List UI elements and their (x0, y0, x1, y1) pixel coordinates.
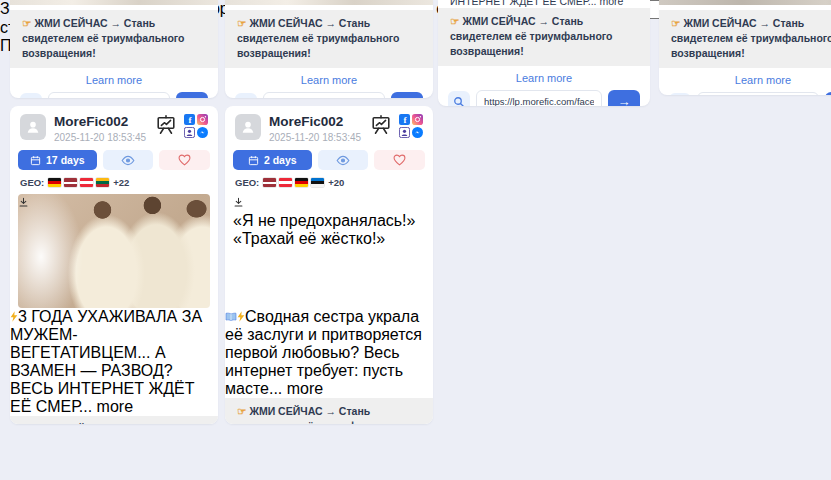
ad-card-2: MoreFic002 2025-11-20 18:53:45 f 2 days … (225, 106, 433, 424)
audience-network-icon (399, 127, 410, 138)
learn-more-link[interactable]: Learn more (10, 68, 218, 91)
ad-card-1: MoreFic002 2025-11-20 18:53:45 f 17 days… (10, 106, 218, 424)
more-link[interactable]: more (97, 398, 133, 415)
creative-image-cropped (659, 0, 831, 5)
creative-image-cropped (225, 0, 433, 5)
geo-more-count[interactable]: +22 (113, 177, 129, 188)
flag-lithuania-icon (96, 178, 109, 187)
url-row (10, 91, 218, 98)
ad-card-partial-1: ЖМИ СЕЙЧАС → Стань свидетелем её триумфа… (10, 0, 218, 98)
download-image-icon[interactable] (18, 194, 29, 211)
views-button[interactable] (103, 150, 154, 170)
flag-estonia-icon (311, 178, 324, 187)
eye-icon (121, 155, 135, 166)
description-cropped: ИНТЕРНЕТ ЖДЁТ ЕЁ СМЕР... more (438, 0, 650, 8)
lightning-icon (10, 308, 18, 325)
geo-label: GEO: (235, 177, 259, 188)
url-row (438, 89, 650, 106)
open-url-button[interactable] (825, 92, 831, 95)
pointing-hand-icon (237, 405, 249, 417)
card-header: MoreFic002 2025-11-20 18:53:45 f (225, 106, 433, 147)
ad-card-partial-2: ЖМИ СЕЙЧАС → Стань свидетелем её триумфа… (225, 0, 433, 98)
card-header: MoreFic002 2025-11-20 18:53:45 f (10, 106, 218, 147)
geo-more-count[interactable]: +20 (328, 177, 344, 188)
instagram-icon (412, 114, 423, 125)
placements: f (399, 114, 423, 138)
ad-description: 3 ГОДА УХАЖИВАЛА ЗА МУЖЕМ-ВЕГЕТАТИВЦЕМ..… (10, 308, 218, 416)
arrow-right-icon (186, 96, 199, 98)
search-icon[interactable] (669, 93, 691, 95)
calendar-icon (30, 155, 41, 166)
pointing-hand-icon (450, 15, 462, 27)
url-row (225, 91, 433, 98)
flag-latvia-icon (263, 178, 276, 187)
facebook-icon: f (399, 114, 410, 125)
creative-image[interactable] (18, 194, 210, 308)
cta-block: ЖМИ СЕЙЧАС → Стань свидетелем её триумфа… (10, 10, 218, 68)
open-url-button[interactable] (608, 90, 640, 106)
days-active-button[interactable]: 17 days (18, 150, 97, 170)
days-active-button[interactable]: 2 days (233, 150, 312, 170)
profile-info: MoreFic002 2025-11-20 18:53:45 (269, 114, 362, 143)
arrow-right-icon (401, 96, 414, 98)
learn-more-link[interactable]: Learn more (659, 68, 831, 91)
learn-more-link[interactable]: Learn more (225, 68, 433, 91)
search-icon[interactable] (448, 91, 470, 106)
geo-row: GEO: +20 (225, 170, 433, 192)
overlay-line-1: «Я не предохранялась!» (233, 212, 425, 230)
action-buttons: 2 days (225, 147, 433, 170)
geo-flags (48, 178, 109, 187)
cta-text: ЖМИ СЕЙЧАС → Стань свидетелем её триумфа… (450, 15, 613, 57)
cta-text: ЖМИ СЕЙЧАС → Стань свидетелем её триумфа… (671, 17, 831, 59)
cta-text: ЖМИ СЕЙЧАС → Стань свидетелем её триумфа… (237, 17, 400, 59)
header-icons: f (370, 114, 423, 140)
creative-image[interactable]: «Я не предохранялась!» «Трахай её жёстко… (233, 194, 425, 308)
favorite-button[interactable] (159, 150, 210, 170)
facebook-icon: f (184, 114, 195, 125)
open-url-button[interactable] (176, 92, 208, 98)
header-icons: f (155, 114, 208, 140)
more-link[interactable]: more (599, 0, 623, 7)
landing-url-input[interactable] (476, 90, 602, 106)
cta-block: ЖМИ СЕЙЧАС → Стань свидетелем её триумфа… (225, 10, 433, 68)
download-image-icon[interactable] (233, 194, 244, 211)
pointing-hand-icon (22, 17, 34, 29)
ad-date: 2025-11-20 18:53:45 (54, 132, 147, 143)
learn-more-link[interactable]: Learn more (438, 66, 650, 89)
cta-text: ЖМИ СЕЙЧАС → Стань свидетелем её триумфа… (22, 423, 185, 424)
flag-latvia-icon (64, 178, 77, 187)
audience-network-icon (184, 127, 195, 138)
flag-germany-icon (48, 178, 61, 187)
book-icon (225, 308, 237, 325)
heart-icon (393, 154, 406, 166)
messenger-icon (197, 127, 208, 138)
cta-block: ЖМИ СЕЙЧАС → Стань свидетелем её триумфа… (659, 10, 831, 68)
avatar (235, 114, 261, 140)
calendar-icon (248, 155, 259, 166)
overlay-line-2: «Трахай её жёстко!» (233, 230, 425, 248)
views-button[interactable] (318, 150, 369, 170)
open-url-button[interactable] (391, 92, 423, 98)
cta-text: ЖМИ СЕЙЧАС → Стань свидетелем её триумфа… (22, 17, 185, 59)
lightning-icon (237, 308, 245, 325)
search-icon[interactable] (20, 93, 42, 98)
favorite-button[interactable] (374, 150, 425, 170)
presentation-board-icon[interactable] (370, 114, 392, 140)
pointing-hand-icon (22, 423, 34, 424)
flag-austria-icon (80, 178, 93, 187)
landing-url-input[interactable] (48, 92, 170, 98)
landing-url-input[interactable] (263, 92, 385, 98)
geo-row: GEO: +22 (10, 170, 218, 192)
profile-name: MoreFic002 (54, 114, 147, 130)
landing-url-input[interactable] (697, 92, 819, 95)
action-buttons: 17 days (10, 147, 218, 170)
geo-flags (263, 178, 324, 187)
search-icon[interactable] (235, 93, 257, 98)
presentation-board-icon[interactable] (155, 114, 177, 140)
cta-block: ЖМИ СЕЙЧАС → Стань свидетелем её триумфа… (225, 398, 433, 424)
heart-icon (178, 154, 191, 166)
arrow-right-icon (618, 94, 631, 106)
ad-card-partial-3: ИНТЕРНЕТ ЖДЁТ ЕЁ СМЕР... more ЖМИ СЕЙЧАС… (438, 0, 650, 106)
eye-icon (336, 155, 350, 166)
more-link[interactable]: more (287, 380, 323, 397)
